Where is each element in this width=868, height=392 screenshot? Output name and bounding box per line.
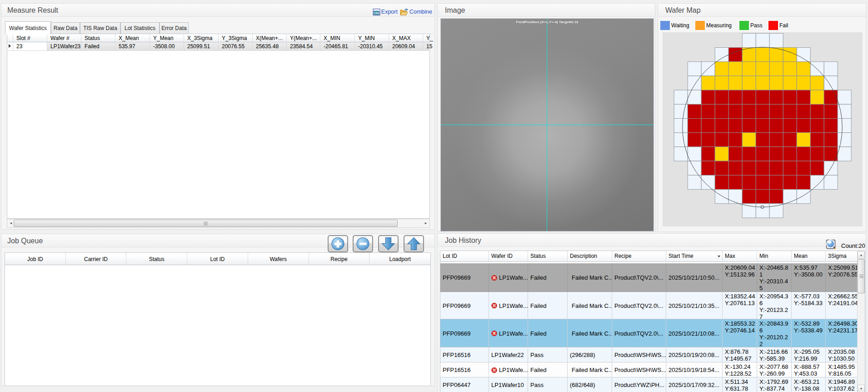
svg-text:CSV: CSV	[374, 11, 379, 14]
